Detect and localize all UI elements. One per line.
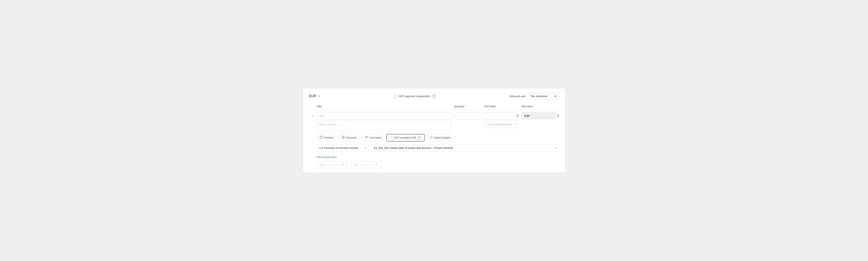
tax-select-dropdown[interactable]: Tax exclusive ▾	[528, 93, 559, 100]
unit-value-row: 0.00 €	[484, 112, 519, 119]
amounts-section: Amounts are Tax exclusive ▾	[509, 93, 559, 100]
classification-first-dropdown[interactable]: 1.3: Provision of Services Income ▾	[316, 144, 369, 151]
vat-suspension-label: VAT payment suspension	[399, 95, 430, 98]
vat-exempted-label: VAT exempted 195	[394, 136, 416, 139]
vat-exempted-help-icon[interactable]: ?	[417, 136, 421, 140]
col-header-net-value: Net value	[522, 105, 559, 108]
quantity-col: 1.00	[454, 112, 484, 119]
tax-select-value: Tax exclusive	[530, 95, 547, 98]
currency-section: EUR ✏	[309, 94, 320, 98]
uom-placeholder: Unit of measurement...	[487, 123, 514, 126]
classification-first-chevron: ▾	[365, 147, 366, 149]
quantity-input[interactable]: 1.00	[454, 112, 481, 119]
net-currency-symbol: €	[557, 114, 559, 117]
classification-second-value: E3_561_003: Retail Sales of Goods and Se…	[374, 146, 453, 149]
svg-point-2	[312, 115, 312, 116]
net-col: 0.00 €	[522, 112, 559, 119]
invoice-line-container: EUR ✏ VAT payment suspension ? Amounts a…	[303, 88, 565, 173]
discount-icon	[342, 136, 345, 140]
classification-second-chevron: ▾	[555, 147, 556, 149]
svg-point-3	[313, 115, 314, 116]
bottom-second-btn[interactable]: ▤ ───────── ▾	[351, 161, 382, 168]
uom-dropdown[interactable]: Unit of measurement... ▾	[484, 121, 519, 128]
bottom-first-chevron: ▾	[343, 163, 344, 166]
classification-first-value: 1.3: Provision of Services Income	[319, 146, 358, 149]
action-buttons-row: Product Discount Line taxes	[316, 134, 559, 141]
line-taxes-button[interactable]: Line taxes	[362, 134, 384, 141]
drag-handle[interactable]	[309, 112, 316, 117]
bottom-row: ▤ ───────── ▾ ▤ ───────── ▾	[316, 161, 559, 168]
svg-point-1	[313, 114, 314, 115]
svg-point-0	[312, 114, 312, 115]
net-value-display: 0.00	[522, 112, 556, 119]
vat-suspension-section: VAT payment suspension ?	[394, 95, 436, 98]
vat-exempted-button[interactable]: VAT exempted 195 ?	[386, 134, 425, 141]
classification-second-dropdown[interactable]: E3_561_003: Retail Sales of Goods and Se…	[371, 144, 559, 151]
line-item-row: 1.00 0.00 € Unit of measurement... ▾ 0.0…	[309, 112, 559, 131]
top-bar: EUR ✏ VAT payment suspension ? Amounts a…	[309, 93, 559, 100]
currency-edit-icon[interactable]: ✏	[318, 95, 320, 98]
svg-point-8	[365, 137, 366, 138]
discount-button[interactable]: Discount	[338, 134, 360, 141]
col-header-unit-value: Unit value	[484, 105, 522, 108]
discount-label: Discount	[346, 136, 356, 139]
tax-select-chevron: ▾	[555, 95, 556, 98]
line-taxes-label: Line taxes	[369, 136, 381, 139]
unit-value-input[interactable]: 0.00	[484, 112, 516, 119]
product-label: Product	[324, 136, 333, 139]
title-input[interactable]	[316, 112, 451, 119]
bottom-second-chevron: ▾	[377, 163, 378, 166]
col-header-title: Title*	[316, 105, 454, 108]
vat-suspension-help-icon[interactable]: ?	[432, 95, 436, 98]
vat-exempted-checkbox[interactable]	[390, 136, 393, 139]
svg-point-9	[367, 137, 368, 138]
bottom-first-btn[interactable]: ▤ ───────── ▾	[316, 161, 348, 168]
select-project-label: Select project...	[434, 136, 453, 139]
unit-currency-symbol: €	[517, 114, 519, 117]
title-description-col	[316, 112, 454, 131]
select-project-button[interactable]: Select project...	[427, 134, 456, 141]
description-input[interactable]	[316, 121, 451, 131]
svg-point-5	[313, 116, 314, 117]
line-taxes-icon	[365, 136, 368, 140]
svg-point-4	[312, 116, 312, 117]
amounts-label: Amounts are	[509, 95, 525, 98]
vat-suspension-checkbox[interactable]	[394, 95, 397, 98]
add-classification-button[interactable]: Add classification	[316, 154, 337, 160]
project-icon	[430, 136, 433, 140]
svg-rect-6	[320, 136, 323, 139]
uom-chevron-icon: ▾	[515, 123, 516, 126]
column-headers: Title* Quantity* Unit value Net value	[309, 105, 559, 110]
currency-label: EUR	[309, 94, 316, 98]
product-icon	[320, 136, 323, 140]
classification-row: 1.3: Provision of Services Income ▾ E3_5…	[316, 144, 559, 151]
unit-col: 0.00 € Unit of measurement... ▾	[484, 112, 522, 128]
product-button[interactable]: Product	[316, 134, 337, 141]
col-header-quantity: Quantity*	[454, 105, 484, 108]
